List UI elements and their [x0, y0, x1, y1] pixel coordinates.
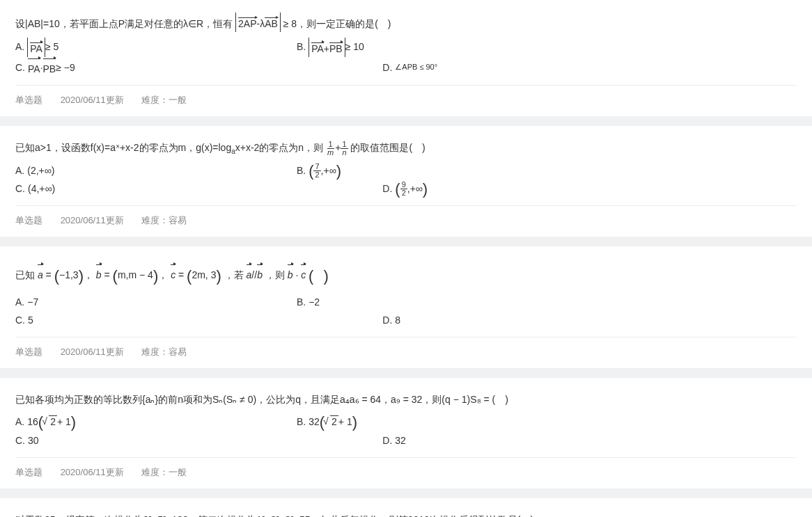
option-text: ,+∞ — [321, 161, 336, 180]
question-meta: 单选题 2020/06/11更新 难度：容易 — [15, 337, 797, 358]
option-c[interactable]: C.30 — [15, 431, 382, 450]
question-card: 对于数25，规定第一次操作为2³+5³=133，第二次操作为1³+3³+3³=5… — [0, 498, 812, 517]
question-card: 已知 a = (−1,3)， b = (m,m − 4)， c = (2m, 3… — [0, 246, 812, 368]
stem-text: 的取值范围是( ) — [350, 142, 425, 153]
vector-pb: PB — [43, 57, 56, 79]
option-d[interactable]: D.8 — [382, 311, 538, 330]
meta-updated: 2020/06/11更新 — [61, 347, 124, 357]
option-text: −2 — [309, 293, 320, 312]
coef: 32 — [309, 413, 320, 431]
paren-right: ) — [423, 185, 428, 193]
vector-ab: AB — [265, 16, 278, 29]
question-card: 设|AB|=10，若平面上点P满足对任意的λ∈R，恒有 2AP-λAB ≥ 8，… — [0, 0, 812, 116]
option-label: D. — [382, 311, 392, 330]
option-c[interactable]: C. PA·PB ≥ −9 — [15, 57, 382, 79]
vector-pa: PA — [30, 41, 42, 54]
option-label: B. — [297, 413, 306, 431]
meta-updated: 2020/06/11更新 — [61, 95, 124, 105]
question-meta: 单选题 2020/06/11更新 难度：容易 — [15, 205, 797, 227]
option-label: D. — [382, 431, 392, 450]
fraction-1m: 1m — [326, 141, 335, 157]
meta-type: 单选题 — [15, 467, 42, 477]
option-label: B. — [297, 161, 306, 180]
stem-text: ≥ 8，则一定正确的是( ) — [283, 18, 391, 29]
option-text: ∠APB ≤ 90° — [395, 60, 437, 74]
question-card: 已知a>1，设函数f(x)=aˣ+x-2的零点为m，g(x)=logax+x-2… — [0, 126, 812, 237]
option-text: −7 — [27, 293, 38, 312]
meta-difficulty: 难度：容易 — [141, 215, 187, 225]
meta-updated: 2020/06/11更新 — [61, 467, 124, 477]
paren-left: ( — [309, 167, 313, 175]
option-b[interactable]: B. 32(2 + 1) — [297, 413, 578, 431]
option-text: 5 — [28, 311, 33, 330]
options-row: A. PA ≥ 5 B. PA+PB ≥ 10 C. PA·PB ≥ −9 D.… — [15, 38, 797, 79]
option-text: (2,+∞) — [27, 161, 54, 180]
sqrt-expr: 2 — [325, 413, 338, 431]
option-d[interactable]: D.32 — [382, 431, 538, 450]
option-d[interactable]: D. ∠APB ≤ 90° — [382, 57, 538, 79]
option-label: B. — [297, 293, 306, 312]
sqrt-expr: 2 — [43, 413, 57, 431]
paren-left: ( — [395, 185, 400, 193]
options-row: A. (2,+∞) B. (72,+∞) C. (4,+∞) D. (92,+∞… — [15, 161, 797, 198]
fraction-92: 92 — [400, 181, 407, 197]
vector-b: b — [96, 263, 102, 285]
option-a[interactable]: A. 16(2 + 1) — [15, 413, 297, 431]
question-stem: 对于数25，规定第一次操作为2³+5³=133，第二次操作为1³+3³+3³=5… — [15, 511, 797, 517]
fraction-1n: 1n — [341, 141, 348, 157]
option-c[interactable]: C. (4,+∞) — [15, 180, 382, 198]
abs-expr: 2AP-λAB — [235, 13, 281, 32]
option-b[interactable]: B. PA+PB ≥ 10 — [297, 38, 578, 57]
c-value: 2m, 3 — [192, 269, 216, 280]
question-stem: 设|AB|=10，若平面上点P满足对任意的λ∈R，恒有 2AP-λAB ≥ 8，… — [15, 13, 797, 33]
option-text: 30 — [28, 431, 39, 450]
option-text: ≥ −9 — [56, 58, 75, 77]
b-value: m,m − 4 — [118, 269, 153, 280]
options-row: A.−7 B.−2 C.5 D.8 — [15, 293, 797, 330]
vector-2ap: 2AP — [238, 16, 256, 29]
question-meta: 单选题 2020/06/11更新 难度：一般 — [15, 457, 797, 479]
vector-pa: PA — [28, 57, 40, 79]
option-label: A. — [15, 38, 24, 56]
stem-text: 已知a>1，设函数f(x)=aˣ+x-2的零点为m，g(x)=log — [15, 142, 231, 153]
fraction-72: 72 — [313, 163, 320, 179]
option-label: B. — [297, 38, 306, 56]
meta-difficulty: 难度：一般 — [141, 467, 187, 477]
vector-c: c — [301, 263, 306, 285]
option-b[interactable]: B.−2 — [297, 293, 578, 312]
option-b[interactable]: B. (72,+∞) — [297, 161, 578, 180]
stem-text: 设|AB|=10，若平面上点P满足对任意的λ∈R，恒有 — [15, 18, 233, 29]
option-text: 8 — [395, 311, 400, 330]
option-text: ≥ 5 — [45, 38, 58, 56]
option-label: C. — [15, 431, 25, 450]
option-c[interactable]: C.5 — [15, 311, 382, 330]
abs-papb: PA+PB — [309, 38, 345, 57]
option-text: 32 — [395, 431, 406, 450]
option-text: ,+∞ — [407, 180, 423, 198]
option-label: C. — [15, 311, 25, 330]
vector-b: b — [257, 263, 263, 285]
options-row: A. 16(2 + 1) B. 32(2 + 1) C.30 D.32 — [15, 413, 797, 450]
option-label: A. — [15, 161, 24, 180]
option-label: C. — [15, 58, 25, 77]
vector-a: a — [38, 263, 43, 285]
option-a[interactable]: A. (2,+∞) — [15, 161, 297, 180]
option-label: C. — [15, 180, 25, 198]
question-stem: 已知各项均为正数的等比数列{aₙ}的前n项和为Sₙ(Sₙ ≠ 0)，公比为q，且… — [15, 390, 797, 409]
option-d[interactable]: D. (92,+∞) — [382, 180, 538, 198]
question-stem: 已知 a = (−1,3)， b = (m,m − 4)， c = (2m, 3… — [15, 259, 797, 289]
question-stem: 已知a>1，设函数f(x)=aˣ+x-2的零点为m，g(x)=logax+x-2… — [15, 138, 797, 157]
option-label: D. — [382, 180, 392, 198]
question-meta: 单选题 2020/06/11更新 难度：一般 — [15, 85, 797, 106]
option-a[interactable]: A. PA ≥ 5 — [15, 38, 297, 57]
option-text: ≥ 10 — [345, 38, 364, 56]
vector-pa: PA — [311, 41, 324, 54]
option-a[interactable]: A.−7 — [15, 293, 297, 312]
vector-c: c — [171, 263, 175, 285]
vector-b: b — [288, 263, 293, 285]
option-label: A. — [15, 293, 24, 312]
stem-text: ，若 — [224, 269, 244, 280]
question-card: 已知各项均为正数的等比数列{aₙ}的前n项和为Sₙ(Sₙ ≠ 0)，公比为q，且… — [0, 378, 812, 488]
coef: 16 — [27, 413, 38, 431]
a-value: −1,3 — [59, 269, 79, 280]
